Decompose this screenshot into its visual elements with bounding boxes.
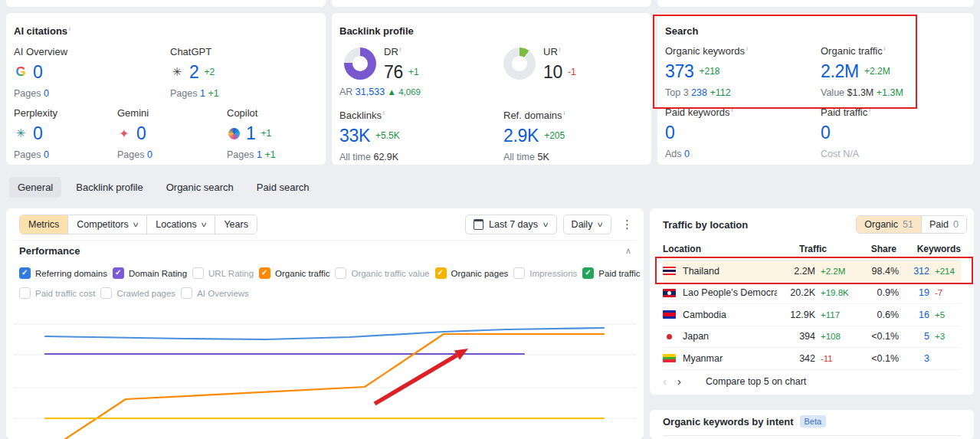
stat-value[interactable]: 2 bbox=[189, 62, 199, 83]
metric-checkbox-paid-traffic-cost[interactable]: Paid traffic cost bbox=[19, 287, 95, 299]
metric-checkbox-organic-traffic[interactable]: Organic traffic bbox=[259, 267, 329, 279]
traffic-by-location-card: Traffic by location Organic51 Paid0 Loca… bbox=[650, 208, 974, 395]
metric-checkbox-paid-traffic[interactable]: Paid traffic bbox=[582, 267, 640, 279]
paid-toggle[interactable]: Paid0 bbox=[921, 216, 966, 233]
prev-page-icon[interactable]: ‹ bbox=[663, 375, 677, 388]
perplexity-icon: ✳ bbox=[14, 126, 28, 140]
competitors-dropdown[interactable]: Competitors∨ bbox=[67, 215, 146, 234]
table-row-cambodia[interactable]: Cambodia 12.9K +117 0.6% 16 +5 bbox=[663, 304, 961, 326]
organic-traffic-value[interactable]: 2.2M bbox=[821, 61, 859, 82]
organic-toggle[interactable]: Organic51 bbox=[857, 216, 921, 233]
ur-label: URi bbox=[543, 46, 576, 57]
card-above-sliver bbox=[332, 0, 651, 7]
calendar-icon bbox=[474, 219, 483, 230]
info-icon: i bbox=[869, 106, 870, 113]
ref-domains-value[interactable]: 2.9K bbox=[503, 126, 539, 146]
organic-traffic-stat: Organic traffici 2.2M+2.2M Value $1.3M +… bbox=[821, 45, 970, 98]
metric-checkbox-impressions[interactable]: Impressions bbox=[513, 267, 577, 279]
dr-donut-chart bbox=[344, 48, 376, 80]
stat-value[interactable]: 0 bbox=[33, 62, 43, 83]
checkbox-icon bbox=[19, 287, 31, 299]
info-icon: i bbox=[383, 110, 385, 116]
tab-general[interactable]: General bbox=[9, 177, 61, 198]
backlinks-stat: Backlinksi 33K+5.5K All time 62.9K bbox=[339, 110, 485, 162]
info-icon: i bbox=[69, 25, 70, 32]
chart-filter-group: Metrics Competitors∨ Locations∨ Years bbox=[19, 215, 257, 234]
stat-value[interactable]: 1 bbox=[246, 123, 256, 144]
performance-card: Metrics Competitors∨ Locations∨ Years La… bbox=[6, 208, 644, 439]
backlink-profile-card: Backlink profile DRi 76+1 AR 31,533 ▲ 4,… bbox=[332, 13, 651, 165]
next-page-icon[interactable]: › bbox=[677, 375, 692, 388]
organic-keywords-value[interactable]: 373 bbox=[665, 61, 693, 82]
info-icon: i bbox=[559, 46, 561, 53]
metric-checkbox-organic-pages[interactable]: Organic pages bbox=[435, 267, 509, 279]
dr-label: DRi bbox=[384, 46, 419, 57]
perplexity-stat: Perplexity ✳0 Pages 0 bbox=[14, 107, 117, 160]
ur-donut-chart bbox=[503, 48, 536, 80]
traffic-by-location-title: Traffic by location bbox=[663, 219, 748, 231]
search-card: Search Organic keywordsi 373+218 Top 3 2… bbox=[657, 13, 974, 165]
metric-checkbox-url-rating[interactable]: URL Rating bbox=[192, 267, 254, 279]
card-title: Search bbox=[665, 25, 698, 37]
date-range-picker[interactable]: Last 7 days∨ bbox=[465, 215, 557, 234]
info-icon: i bbox=[884, 45, 886, 52]
ur-value: 10 bbox=[543, 62, 562, 83]
table-row-myanmar[interactable]: Myanmar 342 -11 <0.1% 3 bbox=[663, 348, 961, 370]
performance-title: Performance bbox=[19, 245, 80, 257]
backlinks-value[interactable]: 33K bbox=[339, 126, 370, 146]
granularity-dropdown[interactable]: Daily∨ bbox=[563, 215, 611, 234]
organic-keywords-stat: Organic keywordsi 373+218 Top 3 238 +112 bbox=[665, 45, 814, 98]
thailand-flag-icon bbox=[663, 267, 676, 275]
locations-dropdown[interactable]: Locations∨ bbox=[146, 215, 215, 234]
stat-value[interactable]: 0 bbox=[136, 123, 146, 144]
paid-traffic-value[interactable]: 0 bbox=[821, 123, 831, 143]
organic-paid-toggle: Organic51 Paid0 bbox=[856, 215, 967, 234]
performance-chart bbox=[7, 306, 643, 439]
tab-backlink-profile[interactable]: Backlink profile bbox=[67, 177, 151, 198]
metric-checkbox-crawled-pages[interactable]: Crawled pages bbox=[100, 287, 175, 299]
metric-checkbox-ai-overviews[interactable]: AI Overviews bbox=[181, 287, 249, 299]
metrics-button[interactable]: Metrics bbox=[20, 215, 67, 234]
metric-checkbox-organic-traffic-value[interactable]: Organic traffic value bbox=[335, 267, 429, 279]
intent-title: Organic keywords by intent bbox=[663, 416, 794, 428]
chevron-down-icon: ∨ bbox=[132, 221, 139, 228]
google-icon: G bbox=[14, 65, 28, 79]
paid-keywords-stat: Paid keywordsi 0 Ads 0 bbox=[665, 106, 814, 159]
japan-flag-icon bbox=[663, 333, 676, 341]
card-above-sliver bbox=[6, 0, 326, 7]
ref-domains-stat: Ref. domainsi 2.9K+205 All time 5K bbox=[503, 110, 649, 162]
chatgpt-icon: ✳ bbox=[170, 65, 184, 79]
card-title: AI citationsi bbox=[14, 25, 70, 37]
table-row-laos[interactable]: Lao People's Democratic Reput 20.2K +19.… bbox=[663, 283, 961, 305]
table-row-japan[interactable]: Japan 394 +108 <0.1% 5 +3 bbox=[663, 326, 961, 349]
checkbox-icon bbox=[435, 267, 447, 279]
locations-table: Location Traffic Share Keywords Thailand… bbox=[663, 240, 961, 370]
gemini-stat: Gemini ✦0 Pages 0 bbox=[117, 107, 221, 160]
stat-value[interactable]: 0 bbox=[33, 123, 43, 144]
more-options-icon[interactable]: ⋮ bbox=[618, 218, 637, 231]
chatgpt-stat: ChatGPT ✳2+2 Pages 1 +1 bbox=[170, 46, 274, 99]
collapse-section-icon[interactable]: ∧ bbox=[625, 246, 631, 256]
table-header: Location Traffic Share Keywords bbox=[663, 240, 961, 260]
copilot-stat: Copilot 1+1 Pages 1 +1 bbox=[227, 107, 330, 160]
tab-paid-search[interactable]: Paid search bbox=[248, 177, 318, 198]
checkbox-icon bbox=[100, 287, 112, 299]
laos-flag-icon bbox=[663, 289, 676, 297]
paid-keywords-value[interactable]: 0 bbox=[665, 123, 675, 143]
ahrefs-rank: AR 31,533 ▲ 4,069 bbox=[339, 87, 421, 97]
checkbox-icon bbox=[181, 287, 192, 299]
metric-checkbox-domain-rating[interactable]: Domain Rating bbox=[113, 267, 187, 279]
table-row-thailand[interactable]: Thailand 2.2M +2.2M 98.4% 312 +214 bbox=[663, 260, 961, 283]
metric-checkbox-referring-domains[interactable]: Referring domains bbox=[19, 267, 107, 279]
card-above-sliver bbox=[657, 0, 974, 7]
compare-top5-link[interactable]: Compare top 5 on chart bbox=[706, 376, 806, 387]
checkbox-icon bbox=[259, 267, 270, 279]
tab-organic-search[interactable]: Organic search bbox=[158, 177, 242, 198]
info-icon: i bbox=[746, 45, 748, 52]
checkbox-icon bbox=[582, 267, 594, 279]
copilot-icon bbox=[227, 126, 241, 140]
cambodia-flag-icon bbox=[663, 310, 676, 319]
years-button[interactable]: Years bbox=[215, 215, 257, 234]
info-icon: i bbox=[564, 110, 565, 116]
chevron-down-icon: ∨ bbox=[597, 221, 605, 228]
